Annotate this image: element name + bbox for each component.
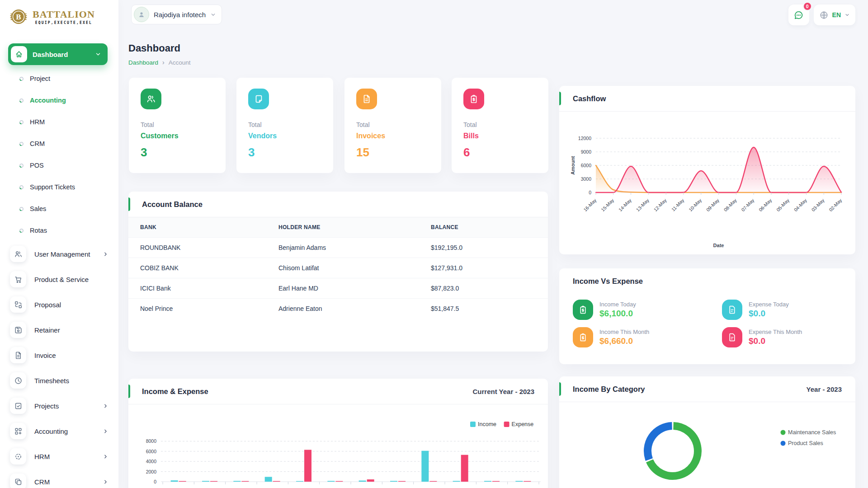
stat-prefix: Total xyxy=(248,121,321,128)
sidebar-item-label: POS xyxy=(30,162,44,169)
file-icon xyxy=(722,327,742,347)
sidebar-item-project[interactable]: Project xyxy=(0,68,118,89)
table-row[interactable]: COBIZ BANK Chisom Latifat $127,931.0 xyxy=(128,258,548,278)
stat-prefix: Total xyxy=(356,121,429,128)
balance-cell: $51,847.5 xyxy=(419,299,548,319)
sidebar-item-accounting[interactable]: Accounting xyxy=(0,89,118,111)
svg-text:12-May: 12-May xyxy=(652,197,668,212)
avatar xyxy=(134,7,149,22)
workspace-selector[interactable]: Rajodiya infotech xyxy=(131,5,222,24)
svg-text:B: B xyxy=(16,13,21,21)
sidebar-item-label: HRM xyxy=(30,118,45,126)
globe-icon xyxy=(819,10,829,20)
svg-text:09-May: 09-May xyxy=(705,197,721,212)
file-icon xyxy=(722,300,742,320)
table-row[interactable]: Noel Prince Adrienne Eaton $51,847.5 xyxy=(128,299,548,319)
workspace-name: Rajodiya infotech xyxy=(154,11,206,19)
svg-text:10-May: 10-May xyxy=(688,197,703,212)
chevron-down-icon xyxy=(95,51,101,57)
clipboard-dollar-icon xyxy=(463,89,484,109)
svg-text:03-May: 03-May xyxy=(810,197,826,212)
table-row[interactable]: ROUNDBANK Benjamin Adams $192,195.0 xyxy=(128,238,548,258)
chevron-down-icon xyxy=(844,12,850,18)
breadcrumb-dashboard-link[interactable]: Dashboard xyxy=(128,59,158,66)
account-balance-header: Account Balance xyxy=(128,192,548,217)
svg-text:11-May: 11-May xyxy=(670,197,685,212)
language-code: EN xyxy=(832,11,841,19)
sidebar-item-retainer[interactable]: Retainer xyxy=(0,317,118,343)
brand-logo[interactable]: B BATTALION EQUIP,EXECUTE,EXEL xyxy=(8,6,95,27)
stat-label: Customers xyxy=(141,132,214,140)
cashflow-chart: 03000600090001200016-May15-May14-May13-M… xyxy=(559,112,855,253)
stat-value: 15 xyxy=(356,145,429,160)
sidebar-item-dashboard[interactable]: Dashboard xyxy=(8,43,108,65)
breadcrumb: Dashboard › Account xyxy=(128,59,191,66)
brand-badge-icon: B xyxy=(8,6,29,27)
holder-cell: Benjamin Adams xyxy=(267,238,419,258)
clipboard-dollar-icon xyxy=(573,327,593,347)
sidebar-item-crm-group[interactable]: CRM xyxy=(0,469,118,488)
sidebar-item-projects[interactable]: Projects xyxy=(0,393,118,418)
sidebar-item-hrm[interactable]: HRM xyxy=(0,111,118,133)
sidebar-item-rotas[interactable]: Rotas xyxy=(0,220,118,241)
income-expense-chart: IncomeExpense02000400060008000 xyxy=(128,404,548,488)
sidebar-item-product-service[interactable]: Product & Service xyxy=(0,267,118,292)
sidebar-item-accounting-group[interactable]: Accounting xyxy=(0,418,118,444)
svg-text:6000: 6000 xyxy=(146,449,157,454)
brand-tagline: EQUIP,EXECUTE,EXEL xyxy=(33,21,95,25)
income-expense-panel: Income & Expense Current Year - 2023 Inc… xyxy=(128,379,548,488)
clipboard-dollar-icon xyxy=(573,300,593,320)
income-expense-year: Current Year - 2023 xyxy=(473,388,534,395)
svg-text:08-May: 08-May xyxy=(722,197,738,212)
breadcrumb-current: Account xyxy=(169,59,191,66)
chevron-right-icon xyxy=(103,403,108,409)
bullet-icon xyxy=(19,185,24,190)
ive-value: $0.0 xyxy=(749,309,789,319)
transform-icon xyxy=(10,296,26,313)
svg-text:15-May: 15-May xyxy=(600,197,615,212)
sidebar-dashboard-label: Dashboard xyxy=(33,51,95,58)
stat-card-customers: Total Customers 3 xyxy=(129,78,226,173)
svg-text:05-May: 05-May xyxy=(775,197,791,212)
sidebar-item-support-tickets[interactable]: Support Tickets xyxy=(0,176,118,198)
bullet-icon xyxy=(19,98,24,103)
column-header-holder: HOLDER NAME xyxy=(267,217,419,238)
breadcrumb-separator: › xyxy=(162,59,165,66)
bullet-icon xyxy=(19,76,24,81)
svg-text:02-May: 02-May xyxy=(828,197,843,212)
stat-label: Vendors xyxy=(248,132,321,140)
sidebar-item-label: Product & Service xyxy=(34,276,108,283)
account-balance-table: BANK HOLDER NAME BALANCE ROUNDBANK Benja… xyxy=(128,217,548,319)
sidebar-item-label: Rotas xyxy=(30,227,47,234)
sidebar-item-label: Sales xyxy=(30,205,46,212)
cashflow-title: Cashflow xyxy=(573,94,606,103)
sidebar-item-crm[interactable]: CRM xyxy=(0,133,118,155)
ive-label: Expense Today xyxy=(749,301,789,308)
chat-button[interactable]: 0 xyxy=(788,5,809,25)
chat-badge: 0 xyxy=(803,2,812,11)
sidebar-item-proposal[interactable]: Proposal xyxy=(0,292,118,317)
sidebar-item-sales[interactable]: Sales xyxy=(0,198,118,220)
income-by-category-year: Year - 2023 xyxy=(807,385,842,393)
income-by-category-chart: Maintenance SalesProduct Sales xyxy=(559,402,855,488)
chevron-right-icon xyxy=(103,251,108,257)
sidebar-item-pos[interactable]: POS xyxy=(0,155,118,176)
table-row[interactable]: ICICI Bank Earl Hane MD $87,823.0 xyxy=(128,278,548,299)
table-header-row: BANK HOLDER NAME BALANCE xyxy=(128,217,548,238)
svg-text:07-May: 07-May xyxy=(740,197,755,212)
sidebar-item-label: User Management xyxy=(34,250,103,258)
stat-value: 6 xyxy=(463,145,537,160)
sidebar-item-timesheets[interactable]: Timesheets xyxy=(0,368,118,393)
ive-value: $6,100.0 xyxy=(599,309,636,319)
account-balance-title: Account Balance xyxy=(142,200,203,209)
sidebar-item-user-management[interactable]: User Management xyxy=(0,241,118,267)
sidebar-item-invoice[interactable]: Invoice xyxy=(0,343,118,368)
svg-text:Income: Income xyxy=(478,421,496,427)
ive-label: Income Today xyxy=(599,301,636,308)
stat-card-invoices: Total Invoices 15 xyxy=(344,78,441,173)
income-expense-title: Income & Expense xyxy=(142,387,208,396)
income-vs-expense-title: Income Vs Expense xyxy=(573,277,643,286)
sidebar-item-hrm-group[interactable]: HRM xyxy=(0,444,118,469)
language-selector[interactable]: EN xyxy=(814,5,855,25)
svg-text:6000: 6000 xyxy=(581,163,592,168)
